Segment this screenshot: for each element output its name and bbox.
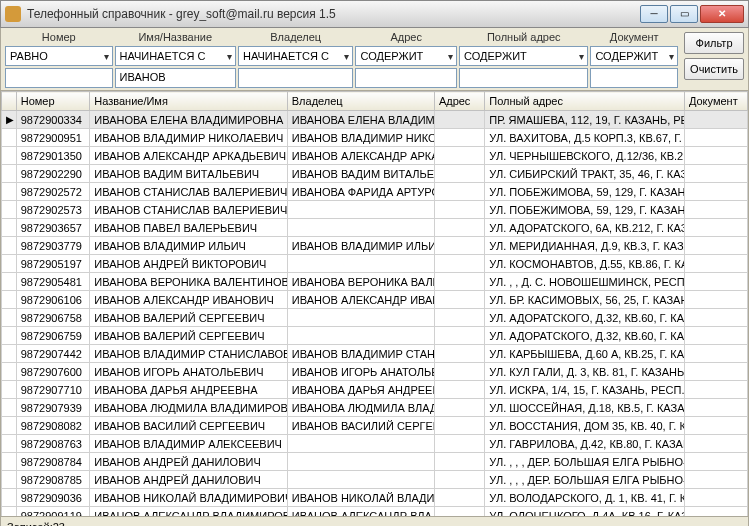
row-marker	[2, 129, 17, 147]
table-row[interactable]: 9872908785ИВАНОВ АНДРЕЙ ДАНИЛОВИЧУЛ. , ,…	[2, 471, 748, 489]
filter-op-owner[interactable]: НАЧИНАЕТСЯ С	[238, 46, 353, 66]
cell-owner	[287, 453, 434, 471]
filter-label-name: Имя/Название	[115, 30, 236, 44]
row-marker	[2, 327, 17, 345]
filter-input-fulladdress[interactable]	[459, 68, 588, 88]
table-row[interactable]: 9872902572ИВАНОВ СТАНИСЛАВ ВАЛЕРИЕВИЧИВА…	[2, 183, 748, 201]
table-row[interactable]: 9872908082ИВАНОВ ВАСИЛИЙ СЕРГЕЕВИЧИВАНОВ…	[2, 417, 748, 435]
row-marker	[2, 363, 17, 381]
cell-owner: ИВАНОВ ВЛАДИМИР ИЛЬИЧ	[287, 237, 434, 255]
cell-name: ИВАНОВА ЛЮДМИЛА ВЛАДИМИРОВНА	[90, 399, 288, 417]
cell-full: УЛ. , , , ДЕР. БОЛЬШАЯ ЕЛГА РЫБНО-С	[485, 471, 685, 489]
minimize-button[interactable]: ─	[640, 5, 668, 23]
cell-owner: ИВАНОВА ВЕРОНИКА ВАЛЕНТ	[287, 273, 434, 291]
cell-owner: ИВАНОВА ДАРЬЯ АНДРЕЕВН	[287, 381, 434, 399]
cell-owner: ИВАНОВ АЛЕКСАНДР АРКАДІ	[287, 147, 434, 165]
cell-full: УЛ. ВАХИТОВА, Д.5 КОРП.3, КВ.67, Г. К	[485, 129, 685, 147]
filter-op-fulladdress[interactable]: СОДЕРЖИТ	[459, 46, 588, 66]
cell-num: 9872907600	[16, 363, 90, 381]
table-row[interactable]: 9872906106ИВАНОВ АЛЕКСАНДР ИВАНОВИЧИВАНО…	[2, 291, 748, 309]
col-header-fulladdress[interactable]: Полный адрес	[485, 92, 685, 111]
cell-name: ИВАНОВ АНДРЕЙ ДАНИЛОВИЧ	[90, 453, 288, 471]
cell-doc	[684, 219, 747, 237]
close-button[interactable]: ✕	[700, 5, 744, 23]
cell-addr	[434, 201, 484, 219]
cell-doc	[684, 201, 747, 219]
filter-label-number: Номер	[5, 30, 113, 44]
clear-button[interactable]: Очистить	[684, 58, 744, 80]
cell-name: ИВАНОВ ВАДИМ ВИТАЛЬЕВИЧ	[90, 165, 288, 183]
col-header-name[interactable]: Название/Имя	[90, 92, 288, 111]
cell-doc	[684, 435, 747, 453]
filter-input-name[interactable]: ИВАНОВ	[115, 68, 236, 88]
cell-addr	[434, 399, 484, 417]
cell-full: УЛ. , , Д. С. НОВОШЕШМИНСК, РЕСП. ТА	[485, 273, 685, 291]
cell-owner: ИВАНОВА ЛЮДМИЛА ВЛАДИ	[287, 399, 434, 417]
cell-addr	[434, 183, 484, 201]
cell-full: УЛ. КАРБЫШЕВА, Д.60 А, КВ.25, Г. КАЗ	[485, 345, 685, 363]
row-marker	[2, 147, 17, 165]
table-row[interactable]: 9872903657ИВАНОВ ПАВЕЛ ВАЛЕРЬЕВИЧУЛ. АДО…	[2, 219, 748, 237]
cell-num: 9872906106	[16, 291, 90, 309]
table-row[interactable]: 9872907710ИВАНОВА ДАРЬЯ АНДРЕЕВНАИВАНОВА…	[2, 381, 748, 399]
cell-full: УЛ. МЕРИДИАННАЯ, Д.9, КВ.3, Г. КАЗАН	[485, 237, 685, 255]
table-row[interactable]: ▶9872900334ИВАНОВА ЕЛЕНА ВЛАДИМИРОВНАИВА…	[2, 111, 748, 129]
cell-num: 9872908763	[16, 435, 90, 453]
table-row[interactable]: 9872907939ИВАНОВА ЛЮДМИЛА ВЛАДИМИРОВНАИВ…	[2, 399, 748, 417]
table-row[interactable]: 9872909119ИВАНОВ АЛЕКСАНДР ВЛАДИМИРОВИЧИ…	[2, 507, 748, 518]
table-row[interactable]: 9872906759ИВАНОВ ВАЛЕРИЙ СЕРГЕЕВИЧУЛ. АД…	[2, 327, 748, 345]
row-marker: ▶	[2, 111, 17, 129]
cell-addr	[434, 291, 484, 309]
row-marker	[2, 381, 17, 399]
table-row[interactable]: 9872908784ИВАНОВ АНДРЕЙ ДАНИЛОВИЧУЛ. , ,…	[2, 453, 748, 471]
row-marker	[2, 471, 17, 489]
col-header-document[interactable]: Документ	[684, 92, 747, 111]
cell-addr	[434, 489, 484, 507]
cell-num: 9872905197	[16, 255, 90, 273]
table-row[interactable]: 9872907442ИВАНОВ ВЛАДИМИР СТАНИСЛАВОВИЧИ…	[2, 345, 748, 363]
cell-doc	[684, 327, 747, 345]
table-row[interactable]: 9872909036ИВАНОВ НИКОЛАЙ ВЛАДИМИРОВИЧИВА…	[2, 489, 748, 507]
table-row[interactable]: 9872901350ИВАНОВ АЛЕКСАНДР АРКАДЬЕВИЧИВА…	[2, 147, 748, 165]
table-row[interactable]: 9872902573ИВАНОВ СТАНИСЛАВ ВАЛЕРИЕВИЧУЛ.…	[2, 201, 748, 219]
col-header-number[interactable]: Номер	[16, 92, 90, 111]
maximize-button[interactable]: ▭	[670, 5, 698, 23]
table-row[interactable]: 9872906758ИВАНОВ ВАЛЕРИЙ СЕРГЕЕВИЧУЛ. АД…	[2, 309, 748, 327]
table-row[interactable]: 9872900951ИВАНОВ ВЛАДИМИР НИКОЛАЕВИЧИВАН…	[2, 129, 748, 147]
cell-num: 9872908082	[16, 417, 90, 435]
filter-op-document[interactable]: СОДЕРЖИТ	[590, 46, 678, 66]
table-row[interactable]: 9872905481ИВАНОВА ВЕРОНИКА ВАЛЕНТИНОВНАИ…	[2, 273, 748, 291]
row-marker	[2, 453, 17, 471]
cell-owner: ИВАНОВ ВЛАДИМИР НИКОЛА	[287, 129, 434, 147]
table-row[interactable]: 9872902290ИВАНОВ ВАДИМ ВИТАЛЬЕВИЧИВАНОВ …	[2, 165, 748, 183]
cell-name: ИВАНОВ ВЛАДИМИР НИКОЛАЕВИЧ	[90, 129, 288, 147]
filter-input-document[interactable]	[590, 68, 678, 88]
col-header-owner[interactable]: Владелец	[287, 92, 434, 111]
filter-input-owner[interactable]	[238, 68, 353, 88]
filter-button[interactable]: Фильтр	[684, 32, 744, 54]
table-row[interactable]: 9872907600ИВАНОВ ИГОРЬ АНАТОЛЬЕВИЧИВАНОВ…	[2, 363, 748, 381]
filter-op-address[interactable]: СОДЕРЖИТ	[355, 46, 457, 66]
cell-addr	[434, 165, 484, 183]
cell-full: УЛ. КУЛ ГАЛИ, Д. 3, КВ. 81, Г. КАЗАНЬ,	[485, 363, 685, 381]
cell-name: ИВАНОВ ВЛАДИМИР ИЛЬИЧ	[90, 237, 288, 255]
table-row[interactable]: 9872905197ИВАНОВ АНДРЕЙ ВИКТОРОВИЧУЛ. КО…	[2, 255, 748, 273]
filter-op-name[interactable]: НАЧИНАЕТСЯ С	[115, 46, 236, 66]
row-marker-header	[2, 92, 17, 111]
row-marker	[2, 507, 17, 518]
filter-op-number[interactable]: РАВНО	[5, 46, 113, 66]
table-row[interactable]: 9872903779ИВАНОВ ВЛАДИМИР ИЛЬИЧИВАНОВ ВЛ…	[2, 237, 748, 255]
filter-bar: Номер РАВНО Имя/Название НАЧИНАЕТСЯ С ИВ…	[0, 28, 749, 91]
data-grid[interactable]: Номер Название/Имя Владелец Адрес Полный…	[0, 91, 749, 517]
cell-num: 9872908784	[16, 453, 90, 471]
cell-num: 9872902572	[16, 183, 90, 201]
filter-input-address[interactable]	[355, 68, 457, 88]
cell-full: УЛ. ПОБЕЖИМОВА, 59, 129, Г. КАЗАНЬ,	[485, 183, 685, 201]
cell-name: ИВАНОВ ВАЛЕРИЙ СЕРГЕЕВИЧ	[90, 327, 288, 345]
col-header-address[interactable]: Адрес	[434, 92, 484, 111]
table-row[interactable]: 9872908763ИВАНОВ ВЛАДИМИР АЛЕКСЕЕВИЧУЛ. …	[2, 435, 748, 453]
filter-input-number[interactable]	[5, 68, 113, 88]
cell-doc	[684, 363, 747, 381]
cell-num: 9872903657	[16, 219, 90, 237]
cell-addr	[434, 417, 484, 435]
